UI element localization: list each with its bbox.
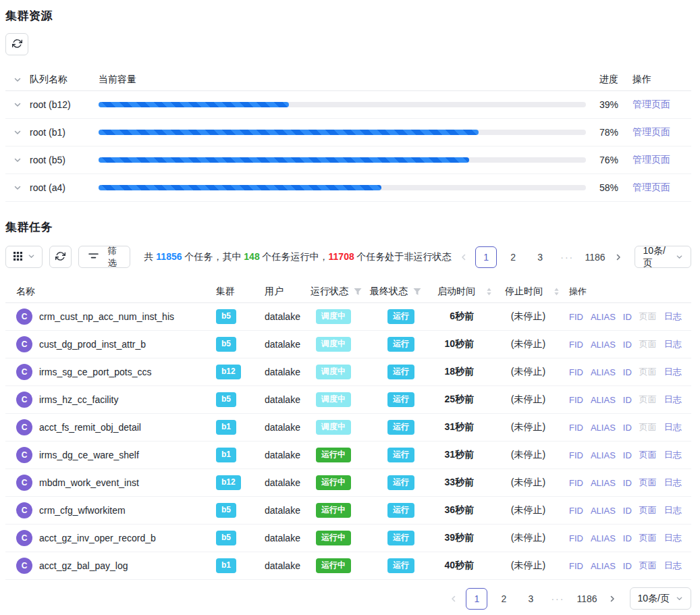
page-link[interactable]: 页面 <box>639 338 657 350</box>
log-link[interactable]: 日志 <box>664 532 682 544</box>
pagination-prev-icon[interactable] <box>447 588 460 610</box>
sort-icon[interactable] <box>486 287 492 296</box>
id-link[interactable]: ID <box>623 367 632 377</box>
alias-link[interactable]: ALIAS <box>591 423 616 433</box>
filter-funnel-icon[interactable] <box>354 288 362 296</box>
log-link[interactable]: 日志 <box>664 560 682 572</box>
fid-link[interactable]: FID <box>569 561 583 571</box>
pagination-page[interactable]: 3 <box>520 588 541 610</box>
fid-link[interactable]: FID <box>569 450 583 460</box>
chevron-down-icon[interactable] <box>14 128 22 136</box>
log-link[interactable]: 日志 <box>664 421 682 433</box>
page-link[interactable]: 页面 <box>639 560 657 572</box>
log-link[interactable]: 日志 <box>664 338 682 350</box>
page-link[interactable]: 页面 <box>639 449 657 461</box>
fid-link[interactable]: FID <box>569 506 583 516</box>
progress-percent: 58% <box>591 182 626 193</box>
page-link[interactable]: 页面 <box>639 532 657 544</box>
task-avatar: C <box>16 558 32 574</box>
manage-page-link[interactable]: 管理页面 <box>632 99 670 109</box>
filter-button[interactable]: 筛选 <box>78 246 130 268</box>
id-link[interactable]: ID <box>623 395 632 405</box>
log-link[interactable]: 日志 <box>664 449 682 461</box>
pagination-next-icon[interactable] <box>612 246 624 268</box>
collapse-all-chevron-icon[interactable] <box>14 76 22 84</box>
page-link[interactable]: 页面 <box>639 504 657 516</box>
pagination-next-icon[interactable] <box>605 588 619 610</box>
resources-title: 集群资源 <box>5 8 691 24</box>
alias-link[interactable]: ALIAS <box>591 506 616 516</box>
chevron-down-icon[interactable] <box>14 184 22 192</box>
fid-link[interactable]: FID <box>569 395 583 405</box>
log-link[interactable]: 日志 <box>664 366 682 378</box>
col-progress: 进度 <box>591 74 626 86</box>
fid-link[interactable]: FID <box>569 478 583 488</box>
page-link[interactable]: 页面 <box>639 421 657 433</box>
chevron-down-icon[interactable] <box>14 156 22 164</box>
pagination-page-current[interactable]: 1 <box>475 246 497 268</box>
alias-link[interactable]: ALIAS <box>591 312 616 322</box>
pagination-page-last[interactable]: 1186 <box>574 588 599 610</box>
alias-link[interactable]: ALIAS <box>591 561 616 571</box>
task-row: C irms_dg_ce_ware_shelf b1 datalake 运行中 … <box>5 442 691 469</box>
resources-table-header: 队列名称 当前容量 进度 操作 <box>5 69 691 91</box>
pagination-page-current[interactable]: 1 <box>466 588 487 610</box>
id-link[interactable]: ID <box>623 506 632 516</box>
page-link[interactable]: 页面 <box>639 394 657 406</box>
cluster-badge: b5 <box>216 392 236 407</box>
id-link[interactable]: ID <box>623 340 632 350</box>
fid-link[interactable]: FID <box>569 340 583 350</box>
summary-nonrunning-count: 11708 <box>329 251 354 262</box>
alias-link[interactable]: ALIAS <box>591 533 616 543</box>
task-user: datalake <box>265 311 311 322</box>
progress-percent: 76% <box>591 155 626 165</box>
fid-link[interactable]: FID <box>569 367 583 377</box>
log-link[interactable]: 日志 <box>664 311 682 323</box>
log-link[interactable]: 日志 <box>664 477 682 489</box>
alias-link[interactable]: ALIAS <box>591 340 616 350</box>
start-time: 31秒前 <box>432 449 500 461</box>
sort-icon[interactable] <box>554 287 560 296</box>
pagination-ellipsis[interactable]: ··· <box>556 246 578 268</box>
id-link[interactable]: ID <box>623 478 632 488</box>
task-avatar: C <box>16 530 32 546</box>
run-status-badge: 运行中 <box>316 475 351 490</box>
column-settings-button[interactable] <box>5 246 43 268</box>
alias-link[interactable]: ALIAS <box>591 478 616 488</box>
page-link[interactable]: 页面 <box>639 311 657 323</box>
col-start-time-label: 启动时间 <box>437 286 475 298</box>
pagination-page[interactable]: 3 <box>529 246 551 268</box>
id-link[interactable]: ID <box>623 450 632 460</box>
pagination-page[interactable]: 2 <box>493 588 514 610</box>
task-user: datalake <box>265 339 311 350</box>
task-name: acct_gz_bal_pay_log <box>39 560 128 571</box>
log-link[interactable]: 日志 <box>664 504 682 516</box>
id-link[interactable]: ID <box>623 533 632 543</box>
fid-link[interactable]: FID <box>569 312 583 322</box>
refresh-button[interactable] <box>49 246 72 268</box>
id-link[interactable]: ID <box>623 312 632 322</box>
page-link[interactable]: 页面 <box>639 477 657 489</box>
manage-page-link[interactable]: 管理页面 <box>632 182 670 192</box>
page-size-select[interactable]: 10条/页 <box>635 246 691 268</box>
id-link[interactable]: ID <box>623 423 632 433</box>
alias-link[interactable]: ALIAS <box>591 450 616 460</box>
page-link[interactable]: 页面 <box>639 366 657 378</box>
manage-page-link[interactable]: 管理页面 <box>632 154 670 165</box>
refresh-button[interactable] <box>5 33 28 55</box>
pagination-ellipsis[interactable]: ··· <box>547 588 568 610</box>
id-link[interactable]: ID <box>623 561 632 571</box>
pagination-page-last[interactable]: 1186 <box>583 246 607 268</box>
final-status-badge: 运行 <box>387 309 414 324</box>
filter-funnel-icon[interactable] <box>413 288 421 296</box>
pagination-prev-icon[interactable] <box>458 246 470 268</box>
alias-link[interactable]: ALIAS <box>591 367 616 377</box>
fid-link[interactable]: FID <box>569 423 583 433</box>
manage-page-link[interactable]: 管理页面 <box>632 126 670 137</box>
pagination-page[interactable]: 2 <box>502 246 524 268</box>
log-link[interactable]: 日志 <box>664 394 682 406</box>
page-size-select[interactable]: 10条/页 <box>630 587 691 610</box>
alias-link[interactable]: ALIAS <box>591 395 616 405</box>
chevron-down-icon[interactable] <box>14 101 22 109</box>
fid-link[interactable]: FID <box>569 533 583 543</box>
